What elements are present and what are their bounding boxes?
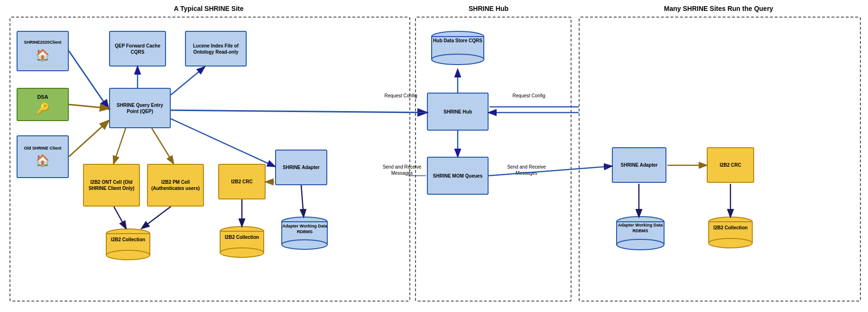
request-config-left-label: Request Config: [379, 93, 422, 99]
svg-point-5: [220, 248, 264, 257]
i2b2-ont-node: I2B2 ONT Cell (Old SHRINE Client Only): [83, 164, 140, 207]
shrine2020client-node: SHRINE2020Client 🏠: [17, 31, 69, 71]
i2b2-crc-right-node: I2B2 CRC: [707, 147, 754, 183]
i2b2-ont-label: I2B2 ONT Cell (Old SHRINE Client Only): [87, 179, 136, 191]
request-config-right-label: Request Config: [505, 93, 553, 99]
shrine-adapter-right-node: SHRINE Adapter: [612, 147, 666, 183]
diagram-container: A Typical SHRINE Site SHRINE Hub Many SH…: [0, 0, 868, 312]
i2b2-collection2-label: I2B2 Collection: [225, 234, 259, 240]
hub-data-store-label: Hub Data Store CQRS: [433, 38, 482, 44]
svg-point-2: [106, 250, 150, 260]
qep-label: SHRINE Query Entry Point (QEP): [113, 102, 167, 114]
svg-point-14: [617, 239, 664, 250]
section-many-sites: Many SHRINE Sites Run the Query: [583, 5, 854, 12]
shrine-mom-label: SHRINE MOM Queues: [433, 173, 482, 179]
old-shrine-client-node: Old SHRINE Client 🏠: [17, 135, 69, 178]
hub-data-store-node: Hub Data Store CQRS: [429, 31, 486, 69]
send-receive-right-label: Send and Receive Messages: [503, 164, 550, 176]
lucene-label: Lucene Index File of Ontology Read-only: [189, 43, 243, 55]
lucene-node: Lucene Index File of Ontology Read-only: [185, 31, 247, 66]
shrine-mom-node: SHRINE MOM Queues: [427, 157, 489, 195]
shrine-adapter-left-node: SHRINE Adapter: [275, 150, 327, 185]
section-typical-site: A Typical SHRINE Site: [14, 5, 403, 12]
adapter-working-right-node: Adapter Working Data RDBMS: [614, 216, 666, 254]
svg-point-11: [432, 54, 484, 65]
dsa-icon: 🔑: [37, 102, 49, 116]
i2b2-collection2-node: I2B2 Collection: [218, 226, 266, 261]
svg-point-8: [282, 240, 327, 249]
svg-point-17: [709, 238, 752, 248]
shrine-adapter-right-label: SHRINE Adapter: [621, 162, 658, 168]
send-receive-left-label: Send and Receive Messages: [379, 164, 425, 176]
shrine2020client-label: SHRINE2020Client: [24, 40, 61, 46]
shrine-adapter-left-label: SHRINE Adapter: [283, 164, 320, 170]
shrine-hub-label: SHRINE Hub: [443, 109, 472, 115]
i2b2-collection1-label: I2B2 Collection: [111, 236, 145, 243]
dsa-label: DSA: [37, 94, 48, 100]
i2b2-crc-left-label: I2B2 CRC: [231, 179, 253, 185]
adapter-working-left-label: Adapter Working Data RDBMS: [280, 224, 330, 235]
qep-node: SHRINE Query Entry Point (QEP): [109, 88, 171, 128]
section-hub: SHRINE Hub: [417, 5, 560, 12]
i2b2-collection3-label: I2B2 Collection: [713, 225, 748, 231]
i2b2-pm-node: I2B2 PM Cell (Authenticates users): [147, 164, 204, 207]
shrine-hub-node: SHRINE Hub: [427, 93, 489, 131]
old-shrine-client-icon: 🏠: [36, 153, 50, 168]
adapter-working-right-label: Adapter Working Data RDBMS: [614, 223, 666, 234]
i2b2-pm-label: I2B2 PM Cell (Authenticates users): [151, 179, 200, 191]
qep-forward-label: QEP Forward Cache CQRS: [113, 43, 162, 55]
i2b2-collection3-node: I2B2 Collection: [707, 216, 754, 252]
i2b2-collection1-node: I2B2 Collection: [104, 228, 152, 264]
qep-forward-node: QEP Forward Cache CQRS: [109, 31, 166, 66]
i2b2-crc-right-label: I2B2 CRC: [720, 162, 741, 168]
i2b2-crc-left-node: I2B2 CRC: [218, 164, 266, 199]
old-shrine-client-label: Old SHRINE Client: [24, 146, 61, 151]
dsa-node: DSA 🔑: [17, 88, 69, 121]
adapter-working-left-node: Adapter Working Data RDBMS: [280, 216, 330, 254]
shrine2020client-icon: 🏠: [36, 47, 50, 62]
